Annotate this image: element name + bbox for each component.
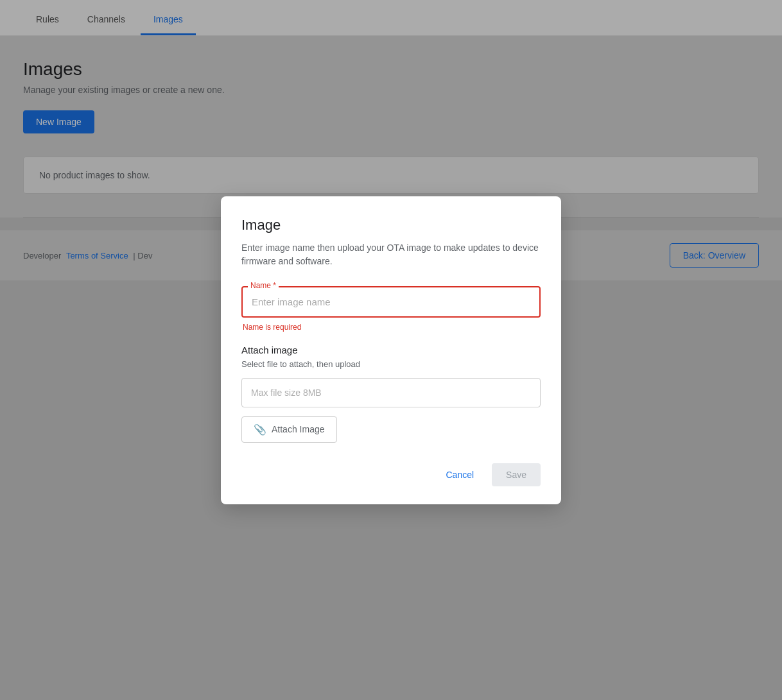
name-field-label: Name * — [248, 281, 279, 290]
paperclip-icon: 📎 — [254, 423, 266, 436]
save-button[interactable]: Save — [492, 463, 541, 486]
attach-section-title: Attach image — [241, 345, 541, 355]
name-error-message: Name is required — [241, 323, 541, 332]
attach-section-subtitle: Select file to attach, then upload — [241, 359, 541, 369]
file-input-box: Max file size 8MB — [241, 378, 541, 407]
name-input[interactable] — [241, 286, 541, 318]
attach-image-section: Attach image Select file to attach, then… — [241, 345, 541, 443]
name-field-group: Name * — [241, 286, 541, 318]
modal-title: Image — [241, 217, 541, 234]
modal-description: Enter image name then upload your OTA im… — [241, 241, 541, 268]
image-modal: Image Enter image name then upload your … — [221, 196, 561, 504]
modal-overlay: Image Enter image name then upload your … — [0, 0, 782, 700]
cancel-button[interactable]: Cancel — [435, 463, 484, 486]
attach-image-button[interactable]: 📎 Attach Image — [241, 416, 337, 443]
modal-footer: Cancel Save — [241, 463, 541, 486]
